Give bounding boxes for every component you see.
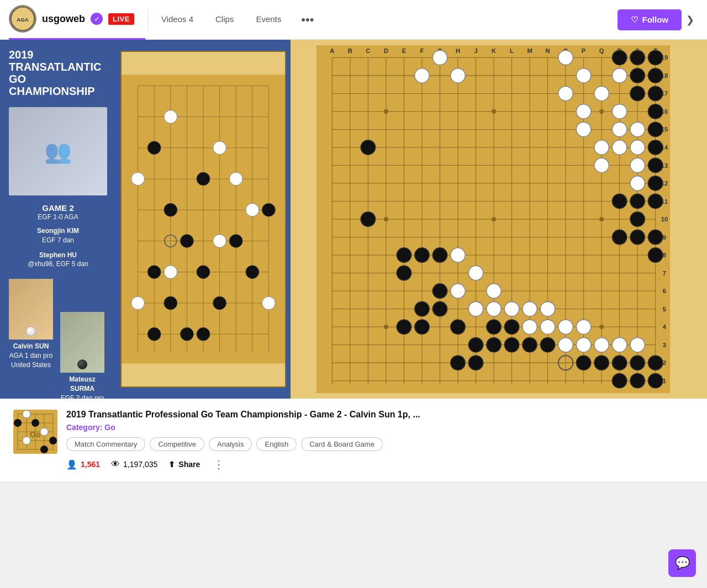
svg-point-43 (131, 296, 145, 310)
svg-point-203 (487, 320, 501, 334)
svg-point-42 (164, 266, 177, 279)
eye-icon: 👁 (111, 459, 120, 469)
svg-point-211 (576, 356, 590, 370)
tag-card-board-game[interactable]: Card & Board Game (301, 437, 383, 451)
tag-competitive[interactable]: Competitive (150, 437, 204, 451)
svg-point-153 (487, 284, 501, 298)
svg-point-215 (648, 356, 662, 370)
svg-point-192 (397, 248, 411, 262)
svg-point-132 (415, 68, 429, 83)
svg-point-129 (384, 325, 388, 329)
tag-match-commentary[interactable]: Match Commentary (66, 437, 145, 451)
svg-point-213 (612, 356, 626, 370)
svg-text:D: D (384, 47, 388, 54)
nav-more-button[interactable]: ••• (292, 0, 323, 40)
svg-point-177 (648, 104, 662, 119)
svg-point-145 (594, 140, 609, 155)
more-options-button[interactable]: ⋮ (211, 458, 226, 471)
nav-divider (147, 9, 148, 31)
svg-text:C: C (366, 47, 370, 54)
svg-point-201 (451, 320, 465, 334)
svg-text:6: 6 (663, 288, 666, 294)
category-line: Category: Go (66, 423, 694, 432)
main-board-area: A B C D E F G H J K L M N O P Q R (291, 40, 707, 399)
svg-text:A: A (330, 47, 334, 54)
svg-point-180 (648, 158, 662, 172)
svg-point-40 (246, 203, 259, 216)
mini-board-area (120, 51, 286, 388)
nav-link-events[interactable]: Events (245, 0, 292, 40)
tag-analysis[interactable]: Analysis (209, 437, 252, 451)
svg-point-126 (384, 217, 388, 221)
expand-button[interactable]: ❯ (682, 0, 698, 40)
live-badge: LIVE (108, 13, 134, 25)
svg-point-195 (397, 266, 411, 280)
svg-point-144 (630, 122, 645, 136)
svg-point-174 (648, 68, 662, 83)
svg-point-194 (432, 248, 447, 262)
svg-text:4: 4 (663, 324, 667, 330)
svg-text:H: H (456, 47, 460, 54)
channel-name: usgoweb (42, 13, 85, 25)
svg-text:Go: Go (30, 430, 40, 439)
svg-point-193 (415, 248, 429, 262)
svg-point-148 (594, 158, 609, 172)
tags-list: Match Commentary Competitive Analysis En… (66, 437, 694, 451)
nav-link-clips[interactable]: Clips (204, 0, 245, 40)
svg-point-125 (599, 109, 604, 114)
svg-point-24 (197, 172, 210, 186)
svg-point-181 (648, 176, 662, 190)
heart-icon: ♡ (631, 15, 638, 25)
follow-button[interactable]: ♡ Follow (618, 9, 682, 30)
svg-point-141 (612, 104, 626, 119)
svg-point-33 (147, 327, 161, 341)
stream-video[interactable]: 2019 TRANSATLANTIC GO CHAMPIONSHIP GAME … (0, 40, 707, 399)
tag-english[interactable]: English (256, 437, 297, 451)
nav-link-videos[interactable]: Videos 4 (150, 0, 204, 40)
nav-links: Videos 4 Clips Events ••• (150, 0, 323, 40)
viewers-stat: 👤 1,561 (66, 459, 100, 470)
game-info-block: GAME 2 EGF 1-0 AGA (9, 203, 107, 221)
svg-point-171 (630, 50, 645, 65)
svg-point-23 (164, 203, 177, 216)
svg-point-166 (630, 337, 645, 352)
svg-point-178 (648, 122, 662, 136)
bottom-players-row: Calvin SUN AGA 1 dan pro United States M… (9, 279, 107, 399)
svg-point-160 (523, 320, 537, 334)
svg-point-190 (361, 140, 375, 155)
svg-point-189 (648, 248, 662, 262)
category-link[interactable]: Go (104, 423, 115, 432)
svg-point-167 (558, 337, 573, 352)
svg-point-183 (630, 194, 645, 208)
svg-text:5: 5 (663, 306, 666, 312)
svg-point-140 (576, 104, 590, 119)
player4-photo (60, 312, 104, 373)
player3-info: Calvin SUN AGA 1 dan pro United States (9, 342, 53, 369)
svg-point-127 (492, 217, 496, 221)
svg-point-149 (630, 158, 645, 172)
svg-text:10: 10 (661, 216, 668, 223)
svg-point-29 (213, 296, 226, 310)
svg-text:E: E (402, 47, 406, 54)
thumbnail-svg: Go (13, 410, 57, 454)
svg-point-208 (540, 337, 555, 352)
chat-button[interactable]: 💬 (668, 549, 696, 577)
svg-point-142 (576, 122, 590, 136)
mini-board-svg (122, 52, 285, 386)
main-board-svg: A B C D E F G H J K L M N O P Q R (296, 45, 690, 393)
svg-text:J: J (474, 47, 477, 54)
svg-point-156 (487, 301, 501, 316)
svg-point-196 (432, 284, 447, 298)
svg-point-44 (262, 296, 276, 310)
left-info-panel: 2019 TRANSATLANTIC GO CHAMPIONSHIP GAME … (0, 40, 116, 399)
player3-photo (9, 279, 53, 340)
person-icon: 👤 (66, 459, 77, 470)
channel-logo-area[interactable]: AGA usgoweb ✓ LIVE (9, 0, 145, 40)
svg-point-28 (197, 266, 210, 279)
svg-point-27 (164, 296, 177, 310)
svg-point-233 (40, 428, 48, 436)
share-button[interactable]: ⬆ Share (168, 460, 200, 469)
svg-point-185 (630, 212, 645, 226)
svg-point-191 (361, 212, 375, 226)
svg-point-232 (31, 419, 39, 427)
